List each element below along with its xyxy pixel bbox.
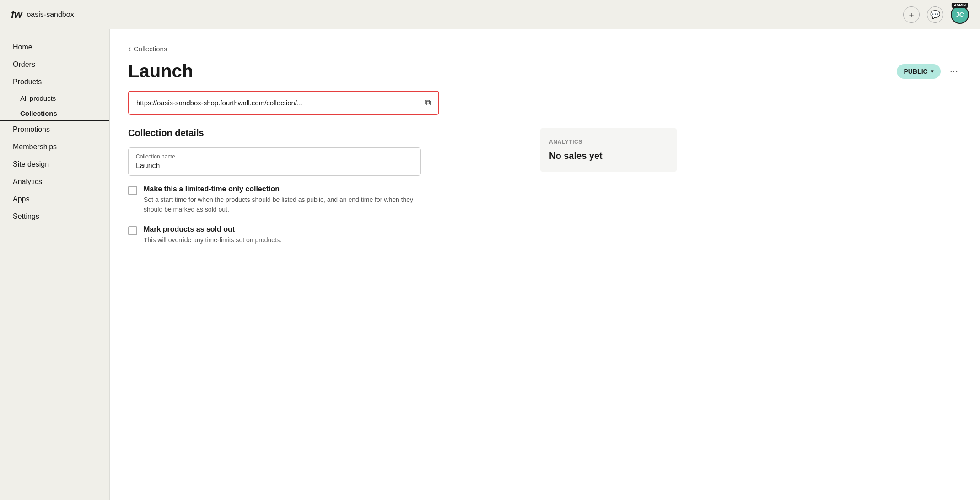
topbar-right: ＋ 💬 ADMIN JC	[903, 5, 969, 24]
sidebar-item-site-design[interactable]: Site design	[0, 156, 109, 173]
header-actions: PUBLIC ▾ ···	[897, 64, 962, 79]
analytics-panel-container: ANALYTICS No sales yet	[540, 128, 677, 256]
status-badge[interactable]: PUBLIC ▾	[897, 64, 941, 79]
back-arrow-icon[interactable]: ‹	[128, 44, 131, 54]
add-button[interactable]: ＋	[903, 6, 920, 23]
sidebar-item-orders[interactable]: Orders	[0, 56, 109, 73]
sold-out-description: This will override any time-limits set o…	[144, 235, 281, 245]
collection-details-title: Collection details	[128, 128, 527, 138]
avatar[interactable]: ADMIN JC	[951, 5, 969, 24]
page-title: Launch	[128, 61, 193, 82]
collection-name-field[interactable]: Collection name	[128, 147, 421, 176]
breadcrumb-collections-link[interactable]: Collections	[134, 45, 167, 53]
sidebar-item-home[interactable]: Home	[0, 38, 109, 56]
avatar-initials: JC	[956, 11, 964, 18]
sold-out-row: Mark products as sold out This will over…	[128, 225, 421, 245]
sidebar-item-settings[interactable]: Settings	[0, 208, 109, 225]
sidebar-item-collections[interactable]: Collections	[0, 106, 109, 121]
limited-time-row: Make this a limited-time only collection…	[128, 185, 421, 214]
collection-url: https://oasis-sandbox-shop.fourthwall.co…	[136, 99, 303, 107]
topbar-left: fw oasis-sandbox	[11, 9, 74, 21]
copy-icon[interactable]: ⧉	[425, 98, 431, 108]
main-content: ‹ Collections Launch PUBLIC ▾ ··· https:…	[110, 29, 980, 500]
collection-name-input[interactable]	[136, 162, 413, 170]
analytics-value: No sales yet	[549, 151, 668, 161]
sold-out-content: Mark products as sold out This will over…	[144, 225, 281, 245]
limited-time-content: Make this a limited-time only collection…	[144, 185, 421, 214]
collection-name-label: Collection name	[136, 153, 413, 160]
more-options-button[interactable]: ···	[946, 64, 962, 79]
status-label: PUBLIC	[904, 68, 928, 75]
messages-button[interactable]: 💬	[927, 6, 943, 23]
sidebar-item-promotions[interactable]: Promotions	[0, 121, 109, 138]
analytics-panel: ANALYTICS No sales yet	[540, 128, 677, 172]
app-body: Home Orders Products All products Collec…	[0, 29, 980, 500]
content-grid: Collection details Collection name Make …	[128, 128, 677, 256]
logo: fw	[11, 9, 22, 21]
page-header: Launch PUBLIC ▾ ···	[128, 61, 962, 82]
limited-time-checkbox[interactable]	[128, 186, 137, 195]
breadcrumb: ‹ Collections	[128, 44, 962, 54]
chevron-down-icon: ▾	[931, 68, 933, 75]
sold-out-checkbox[interactable]	[128, 226, 137, 235]
store-name: oasis-sandbox	[27, 11, 74, 19]
admin-badge: ADMIN	[952, 3, 968, 8]
limited-time-title: Make this a limited-time only collection	[144, 185, 421, 193]
sidebar-item-analytics[interactable]: Analytics	[0, 173, 109, 190]
topbar: fw oasis-sandbox ＋ 💬 ADMIN JC	[0, 0, 980, 29]
collection-details-panel: Collection details Collection name Make …	[128, 128, 527, 256]
sidebar-item-products[interactable]: Products	[0, 73, 109, 91]
sold-out-title: Mark products as sold out	[144, 225, 281, 234]
sidebar-item-memberships[interactable]: Memberships	[0, 138, 109, 156]
url-box[interactable]: https://oasis-sandbox-shop.fourthwall.co…	[128, 91, 439, 115]
sidebar-item-all-products[interactable]: All products	[0, 91, 109, 106]
sidebar-item-apps[interactable]: Apps	[0, 190, 109, 208]
sidebar: Home Orders Products All products Collec…	[0, 29, 110, 500]
analytics-label: ANALYTICS	[549, 139, 668, 145]
limited-time-description: Set a start time for when the products s…	[144, 195, 421, 214]
